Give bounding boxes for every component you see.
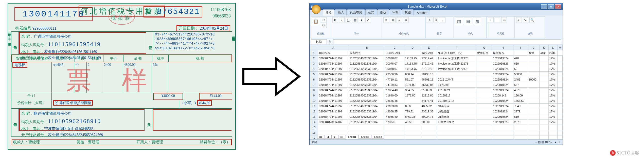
cell[interactable] [513, 125, 528, 130]
cell[interactable] [513, 50, 528, 56]
cut-icon[interactable]: ✂ [321, 17, 327, 23]
cell[interactable]: 1029919823 [492, 120, 513, 125]
cell[interactable] [476, 109, 492, 114]
cell[interactable]: 规格型号 [492, 50, 513, 56]
cell[interactable]: 加油充值 [437, 114, 476, 120]
cell[interactable]: 320584724411297 [318, 56, 349, 61]
cell[interactable]: 2489 [513, 77, 528, 82]
cell[interactable]: 320584724411297 [318, 109, 349, 114]
cell[interactable]: 11640.00 [385, 93, 404, 98]
cell[interactable] [404, 130, 421, 135]
row-header[interactable]: 15 [310, 125, 318, 130]
cell[interactable] [528, 98, 540, 104]
cell[interactable]: 数量 [528, 50, 540, 56]
cell[interactable] [558, 82, 563, 88]
col-header[interactable]: G [476, 45, 492, 50]
cell[interactable]: 304.05 [404, 88, 421, 93]
col-header[interactable] [310, 45, 318, 50]
tab-review[interactable]: 审阅 [390, 9, 401, 15]
cell[interactable]: 14159.83 [385, 82, 404, 88]
cell[interactable]: 913205840625351904 [349, 88, 385, 93]
cell[interactable]: 320584724411297 [318, 82, 349, 88]
cell[interactable] [540, 72, 548, 77]
cell[interactable] [476, 114, 492, 120]
cell[interactable] [528, 109, 540, 114]
cell[interactable]: 913205840625351904 [349, 61, 385, 66]
cell[interactable]: 913205840625351904 [349, 120, 385, 125]
cell[interactable] [476, 120, 492, 125]
cell[interactable] [558, 61, 563, 66]
cell[interactable]: 320584724411297 [318, 104, 349, 109]
copy-icon[interactable]: ⿻ [321, 23, 327, 28]
cell[interactable]: 17% [548, 98, 558, 104]
cell[interactable] [528, 130, 540, 135]
cell[interactable] [437, 130, 476, 135]
row-header[interactable]: 16 [310, 130, 318, 135]
cell[interactable]: 单价 [540, 50, 548, 56]
sheet-tab-1[interactable]: Sheet1 [346, 135, 359, 139]
cell[interactable]: 47710.11 [385, 77, 404, 82]
cell[interactable] [540, 93, 548, 98]
cell[interactable]: 10078.07 [385, 61, 404, 66]
col-header[interactable]: I [513, 45, 528, 50]
tab-acrobat[interactable]: Acrobat [414, 10, 430, 15]
row-header[interactable]: 6 [310, 77, 318, 82]
insert-icon[interactable]: ＋ [488, 17, 494, 23]
cell[interactable] [476, 104, 492, 109]
cell[interactable] [528, 88, 540, 93]
cell[interactable] [513, 130, 528, 135]
col-header[interactable]: E [421, 45, 437, 50]
row-header[interactable]: 17 [310, 135, 318, 140]
col-header[interactable]: B [349, 45, 385, 50]
cell[interactable] [476, 125, 492, 130]
close-button[interactable]: ✕ [555, 4, 561, 9]
cell[interactable]: 34178.41 [421, 98, 437, 104]
cell[interactable]: 10078.07 [385, 56, 404, 61]
cell[interactable]: 900.00 [421, 120, 437, 125]
cell[interactable] [528, 66, 540, 72]
cell[interactable]: 166.00 [513, 93, 528, 98]
border-icon[interactable]: ▦ [352, 17, 358, 23]
cell[interactable] [558, 120, 563, 125]
cell[interactable] [318, 125, 349, 130]
cell[interactable] [476, 88, 492, 93]
cell[interactable]: 1029919824 [492, 82, 513, 88]
cell[interactable]: 2016-二号IT [437, 77, 476, 82]
cell[interactable]: 320584724411297 [318, 77, 349, 82]
cell[interactable]: Invoice ttc 加工费 22175 [437, 61, 476, 66]
cell[interactable] [476, 77, 492, 82]
cell[interactable]: 17% [548, 104, 558, 109]
tab-home[interactable]: 开始 [323, 9, 334, 15]
cell[interactable] [385, 130, 404, 135]
cell[interactable]: 10000 [528, 77, 540, 82]
cell[interactable]: 28685.48 [385, 98, 404, 104]
italic-icon[interactable]: I [339, 17, 345, 23]
cell[interactable] [540, 56, 548, 61]
cell[interactable]: 320584828194182 [318, 120, 349, 125]
cell[interactable]: 913205840625351904 [349, 72, 385, 77]
cell[interactable]: 17% [548, 109, 558, 114]
row-header[interactable]: 13 [310, 114, 318, 120]
cond-format-icon[interactable]: ▥ [455, 17, 463, 25]
cell[interactable]: 发票行号 [476, 50, 492, 56]
find-icon[interactable]: 🔍 [529, 17, 535, 23]
zoom-controls[interactable]: ▭ ▥ ▤ 100% ─●─ + [535, 141, 561, 144]
col-header[interactable]: C [385, 45, 404, 50]
cell[interactable]: 619 [513, 114, 528, 120]
cell[interactable]: 50 [513, 66, 528, 72]
cell[interactable]: 913205840625351904 [349, 114, 385, 120]
cell[interactable]: 784.9 [513, 104, 528, 109]
cell[interactable]: 27212.42 [421, 66, 437, 72]
cell[interactable]: 1271.00 [404, 82, 421, 88]
cell[interactable]: 27212.42 [421, 56, 437, 61]
cell[interactable] [540, 88, 548, 93]
cell[interactable]: 913205840625351904 [349, 82, 385, 88]
col-header[interactable]: D [404, 45, 421, 50]
cell[interactable]: 10078.07 [385, 66, 404, 72]
cell[interactable]: 17133.75 [404, 61, 421, 66]
cell[interactable]: 4679 [513, 88, 528, 93]
percent-icon[interactable]: % [433, 17, 439, 23]
cell[interactable]: 17% [548, 61, 558, 66]
cell[interactable]: 1029919824 [492, 56, 513, 61]
cell[interactable]: 0.56 [404, 104, 421, 109]
